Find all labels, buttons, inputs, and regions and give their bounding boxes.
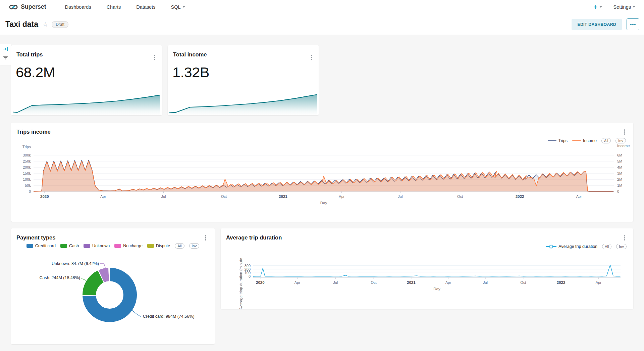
chart-legend: Credit cardCashUnknownNo chargeDisputeAl…	[11, 243, 215, 249]
legend-item-credit-card[interactable]: Credit card	[26, 244, 56, 248]
nav-item-sql-label: SQL	[171, 4, 181, 10]
filter-bar-collapsed	[0, 44, 11, 65]
chart-more-icon[interactable]	[153, 53, 157, 61]
favorite-star-icon[interactable]: ☆	[43, 21, 48, 28]
svg-text:2021: 2021	[407, 280, 416, 284]
legend-item-average-trip-duration[interactable]: Average trip duration	[546, 244, 597, 249]
settings-menu[interactable]: Settings	[613, 4, 635, 10]
trips-marker-icon	[548, 140, 556, 141]
legend-pill-inv[interactable]: Inv	[189, 243, 200, 249]
nav-right: + Settings	[593, 3, 635, 10]
legend-item-dispute[interactable]: Dispute	[147, 244, 170, 248]
svg-text:150k: 150k	[23, 171, 31, 175]
nav-item-dashboards[interactable]: Dashboards	[65, 4, 91, 10]
legend-label: Trips	[558, 138, 568, 143]
legend-item-trips[interactable]: Trips	[548, 138, 568, 143]
svg-text:Trips: Trips	[22, 145, 31, 149]
no-charge-marker-icon	[114, 244, 121, 248]
new-item-button[interactable]: +	[593, 3, 602, 10]
unknown-marker-icon	[84, 244, 90, 248]
legend-label: Dispute	[156, 244, 170, 248]
legend-pill-all[interactable]: All	[602, 244, 611, 249]
svg-text:2021: 2021	[279, 194, 287, 199]
svg-text:Jul: Jul	[483, 280, 488, 284]
legend-label: Unknown	[92, 244, 110, 248]
svg-text:Unknown: 84.7M (6.42%): Unknown: 84.7M (6.42%)	[52, 261, 99, 266]
svg-text:Oct: Oct	[221, 194, 227, 199]
legend-pill-all[interactable]: All	[601, 138, 611, 143]
caret-down-icon	[182, 6, 185, 8]
legend-label: Average trip duration	[558, 244, 597, 249]
trips-income-chart[interactable]: 2020AprJulOct2021AprJulOct2022Apr300k250…	[11, 123, 633, 222]
svg-text:Apr: Apr	[445, 280, 451, 284]
credit-card-marker-icon	[26, 244, 33, 248]
superset-logo-icon	[9, 2, 18, 12]
status-badge: Draft	[52, 21, 68, 28]
svg-text:Apr: Apr	[100, 194, 106, 199]
legend-label: Credit card	[35, 244, 56, 248]
chart-more-icon[interactable]	[310, 53, 314, 61]
total-trips-sparkline	[13, 91, 160, 115]
plus-icon: +	[593, 3, 597, 10]
card-avg-trip-duration: Average trip duration Average trip durat…	[221, 228, 633, 309]
nav-item-charts[interactable]: Charts	[107, 4, 121, 10]
svg-text:0: 0	[617, 189, 619, 193]
svg-text:2022: 2022	[557, 280, 566, 284]
settings-label: Settings	[613, 4, 631, 10]
legend-item-no-charge[interactable]: No charge	[114, 244, 143, 248]
svg-text:50k: 50k	[25, 183, 31, 187]
expand-filters-icon[interactable]	[3, 47, 8, 51]
filter-icon[interactable]	[3, 55, 8, 60]
legend-label: No charge	[123, 244, 143, 248]
svg-text:Oct: Oct	[457, 194, 463, 199]
card-total-trips: Total trips 68.2M	[11, 45, 162, 115]
svg-text:0: 0	[249, 274, 251, 278]
dashboard-header: Taxi data ☆ Draft EDIT DASHBOARD	[0, 14, 644, 35]
svg-text:4M: 4M	[617, 165, 622, 169]
card-payment-types: Payment types Credit cardCashUnknownNo c…	[11, 228, 215, 344]
svg-text:Oct: Oct	[371, 280, 377, 284]
svg-text:Apr: Apr	[339, 194, 344, 199]
legend-item-cash[interactable]: Cash	[60, 244, 79, 248]
caret-down-icon	[633, 6, 635, 8]
top-nav: Superset Dashboards Charts Datasets SQL …	[0, 0, 644, 14]
caret-down-icon	[599, 6, 602, 8]
superset-dashboard: Superset Dashboards Charts Datasets SQL …	[0, 0, 644, 351]
legend-pill-all[interactable]: All	[175, 243, 184, 249]
nav-menu: Dashboards Charts Datasets SQL	[65, 4, 185, 10]
avg-trip-duration-chart[interactable]: 2020AprJulOct2021AprJulOct2022Apr3002001…	[221, 228, 633, 309]
legend-label: Cash	[69, 244, 79, 248]
superset-brand[interactable]: Superset	[9, 2, 46, 12]
average-trip-duration-marker-icon	[546, 245, 556, 249]
svg-text:200k: 200k	[23, 165, 31, 169]
svg-text:Oct: Oct	[520, 280, 526, 284]
brand-name: Superset	[21, 3, 46, 10]
nav-item-datasets[interactable]: Datasets	[136, 4, 155, 10]
income-marker-icon	[572, 140, 581, 141]
svg-text:2M: 2M	[617, 177, 622, 181]
legend-item-income[interactable]: Income	[572, 138, 597, 143]
svg-text:250k: 250k	[23, 159, 31, 163]
svg-text:Jul: Jul	[161, 194, 166, 199]
card-trips-income: Trips income TripsIncomeAllInv 2020AprJu…	[11, 123, 633, 222]
edit-dashboard-button[interactable]: EDIT DASHBOARD	[572, 19, 622, 30]
svg-text:100k: 100k	[23, 177, 31, 181]
svg-text:Income: Income	[617, 144, 630, 148]
legend-label: Income	[583, 138, 597, 143]
svg-text:2020: 2020	[256, 280, 265, 284]
cash-marker-icon	[60, 244, 67, 248]
svg-text:3M: 3M	[617, 171, 622, 175]
legend-pill-inv[interactable]: Inv	[616, 244, 627, 249]
legend-pill-inv[interactable]: Inv	[615, 138, 626, 143]
svg-text:300k: 300k	[23, 153, 31, 157]
card-total-income: Total income 1.32B	[168, 45, 319, 115]
svg-text:Average trinp duration (minute: Average trinp duration (minute	[239, 258, 243, 309]
svg-text:Apr: Apr	[294, 280, 300, 284]
chart-legend: TripsIncomeAllInv	[548, 138, 626, 143]
nav-item-sql[interactable]: SQL	[171, 4, 185, 10]
big-number-value: 68.2M	[16, 64, 55, 81]
dashboard-more-button[interactable]	[627, 18, 639, 30]
legend-item-unknown[interactable]: Unknown	[84, 244, 110, 248]
page-title: Taxi data	[5, 20, 38, 29]
svg-text:Apr: Apr	[576, 194, 582, 199]
